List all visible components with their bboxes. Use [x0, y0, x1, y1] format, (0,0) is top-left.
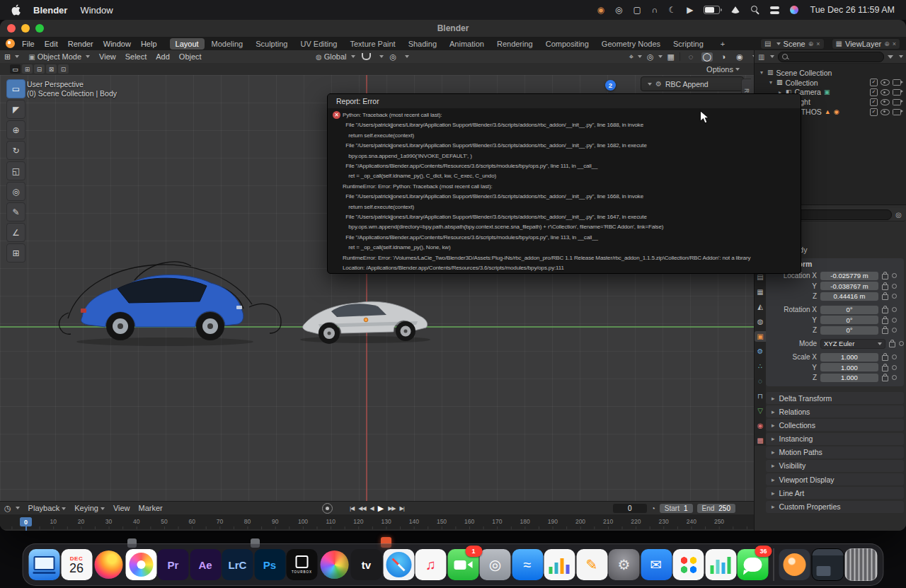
tourbox-app[interactable]: TOURBOX [287, 549, 318, 580]
value-field[interactable]: 0° [820, 326, 878, 335]
unlink-scene-button[interactable]: × [816, 40, 820, 47]
after-effects-app[interactable]: Ae [190, 549, 221, 580]
lock-icon[interactable] [882, 318, 888, 324]
previous-keyframe-button[interactable]: ◀◀ [358, 505, 365, 512]
eye-icon[interactable] [881, 99, 890, 105]
playhead[interactable] [25, 526, 27, 531]
minimize-button[interactable] [21, 24, 30, 33]
firefox-app[interactable] [93, 549, 125, 580]
tab-view-layer[interactable]: ▦ [755, 287, 766, 297]
checkbox-icon[interactable]: ✓ [870, 98, 878, 106]
wifi-icon[interactable] [730, 6, 740, 13]
animate-dot[interactable] [892, 307, 897, 312]
animate-dot[interactable] [892, 328, 897, 333]
annotate-tool[interactable]: ✎ [6, 202, 25, 221]
chart-app[interactable] [705, 549, 736, 580]
proportional-editing-toggle[interactable]: ◎ [390, 52, 397, 62]
gizmos-dropdown[interactable]: ⌖ [629, 52, 642, 62]
spotlight-icon[interactable] [751, 6, 759, 14]
tab-constraints[interactable]: ⊓ [755, 391, 766, 401]
cursor-tool[interactable]: ◤ [6, 100, 25, 119]
lock-icon[interactable] [889, 342, 895, 347]
outliner-row-collection[interactable]: ▾▥Collection✓ [755, 78, 906, 88]
settings-app[interactable]: ⚙ [609, 549, 640, 580]
headphones-icon[interactable]: ∩ [652, 6, 658, 14]
end-frame-field[interactable]: End250 [697, 504, 735, 513]
section-visibility[interactable]: ▸Visibility [766, 460, 904, 472]
section-line-art[interactable]: ▸Line Art [766, 487, 904, 499]
window-preview[interactable] [811, 548, 844, 581]
start-frame-field[interactable]: Start1 [660, 504, 693, 513]
viewport-menu-add[interactable]: Add [156, 52, 170, 61]
battery-icon[interactable] [704, 6, 720, 14]
timeline-menu-playback[interactable]: Playback [28, 504, 67, 512]
value-field[interactable]: 0° [820, 316, 878, 324]
value-field[interactable]: 0° [820, 306, 878, 314]
apple-tv-app[interactable]: tv [351, 549, 382, 580]
current-frame-field[interactable]: 0 [613, 504, 647, 513]
timeline-menu-marker[interactable]: Marker [139, 504, 163, 512]
gray-app[interactable]: ◎ [480, 549, 511, 580]
workspace-tab-texture-paint[interactable]: Texture Paint [344, 38, 401, 50]
snap-toggle[interactable] [362, 53, 371, 60]
blue-wave-app[interactable]: ≈ [512, 549, 543, 580]
workspace-tab-geometry-nodes[interactable]: Geometry Nodes [596, 38, 666, 50]
section-viewport-display[interactable]: ▸Viewport Display [766, 473, 904, 485]
safari-app[interactable] [383, 549, 414, 580]
trash[interactable] [845, 548, 878, 581]
photos-app[interactable] [125, 549, 156, 580]
editor-type-button[interactable]: ▥ [758, 53, 764, 61]
workspace-tab-scripting[interactable]: Scripting [667, 38, 709, 50]
value-field[interactable]: 0.44416 m [820, 292, 878, 301]
checkbox-icon[interactable]: ✓ [870, 88, 878, 96]
play-reverse-button[interactable]: ◀ [370, 505, 374, 512]
auto-keyframe-toggle[interactable] [322, 503, 333, 514]
transform-orientation-dropdown[interactable]: ◍Global [316, 52, 355, 61]
zoom-button[interactable] [35, 24, 44, 33]
lock-icon[interactable] [882, 328, 888, 334]
tab-material[interactable]: ◉ [755, 420, 766, 431]
value-field[interactable]: -0.038767 m [820, 282, 878, 290]
viewport-menu-object[interactable]: Object [179, 52, 202, 61]
section-custom-properties[interactable]: ▸Custom Properties [766, 501, 904, 513]
scale-tool[interactable]: ◱ [6, 161, 25, 180]
error-report-popup[interactable]: Report: Error ✕ Python: Traceback (most … [327, 93, 801, 274]
outliner-row-scene-collection[interactable]: ▾▥Scene Collection [755, 68, 906, 78]
workspace-tab-compositing[interactable]: Compositing [540, 38, 595, 50]
select-mode-invert[interactable]: ⊠ [46, 64, 57, 74]
section-motion-paths[interactable]: ▸Motion Paths [766, 446, 904, 459]
play-button[interactable]: ▶ [378, 504, 384, 513]
timeline-track-area[interactable] [0, 529, 754, 531]
tab-object-data[interactable]: ▽ [755, 405, 766, 416]
value-field[interactable]: 1.000 [820, 374, 878, 382]
lock-icon[interactable] [882, 376, 888, 381]
checkbox-icon[interactable]: ✓ [870, 108, 878, 116]
outliner-search-input[interactable] [778, 52, 884, 62]
control-center-icon[interactable] [770, 6, 779, 14]
mail-app[interactable]: ✉ [641, 549, 672, 580]
overlays-dropdown[interactable]: ◎ [647, 52, 663, 62]
shading-material-button[interactable]: ◑ [718, 52, 729, 61]
shading-wireframe-button[interactable]: ◌ [685, 52, 696, 61]
animate-dot[interactable] [892, 365, 897, 370]
display-icon[interactable]: ▢ [633, 6, 641, 14]
proportional-falloff-dropdown[interactable] [403, 55, 409, 58]
lock-icon[interactable] [882, 274, 888, 279]
menubar-app-name[interactable]: Blender [33, 5, 67, 16]
value-field[interactable]: -0.025779 m [820, 272, 878, 280]
workspace-tab-rendering[interactable]: Rendering [491, 38, 539, 50]
music-app[interactable]: ♫ [415, 549, 447, 580]
workspace-tab-uv-editing[interactable]: UV Editing [294, 38, 343, 50]
select-mode-subtract[interactable]: ⊟ [34, 64, 45, 74]
topbar-menu-render[interactable]: Render [68, 40, 93, 48]
eye-icon[interactable] [881, 89, 890, 96]
rbc-append-panel[interactable]: ⚙ RBC Append [641, 76, 744, 91]
rotation-mode-dropdown[interactable]: XYZ Euler [820, 339, 885, 349]
select-box-tool[interactable]: ▭ [6, 79, 25, 98]
blue-car[interactable] [81, 275, 243, 340]
camera-toggle-icon[interactable] [893, 109, 901, 115]
dots-grid-app[interactable] [673, 549, 704, 580]
view-layer-selector[interactable]: ▦ ViewLayer ⊕ × [832, 38, 900, 50]
app-color-icon[interactable]: ◉ [597, 6, 604, 14]
animate-dot[interactable] [892, 294, 897, 299]
